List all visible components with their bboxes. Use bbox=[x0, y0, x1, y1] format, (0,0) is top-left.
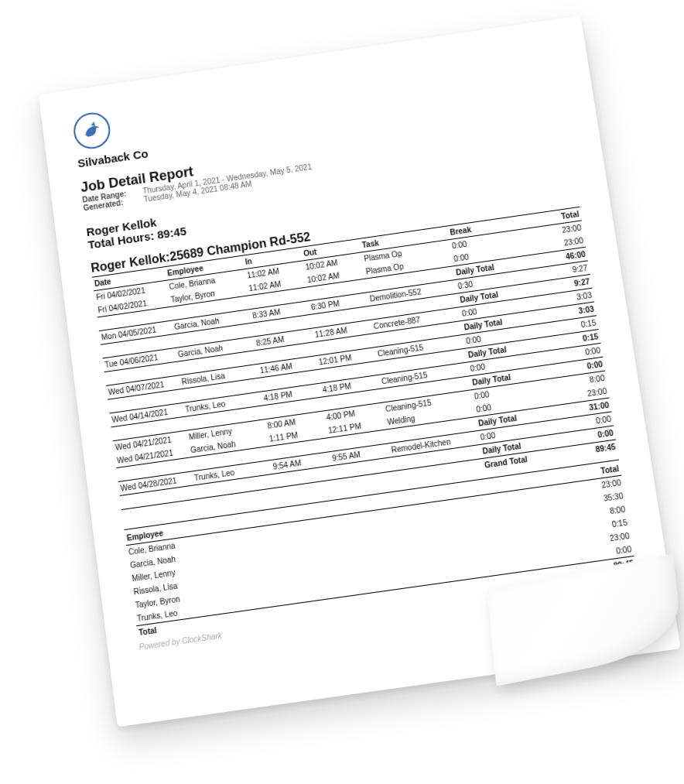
company-logo bbox=[72, 111, 112, 152]
shark-icon bbox=[79, 118, 104, 143]
report-page: Silvaback Co Job Detail Report Date Rang… bbox=[39, 15, 681, 727]
